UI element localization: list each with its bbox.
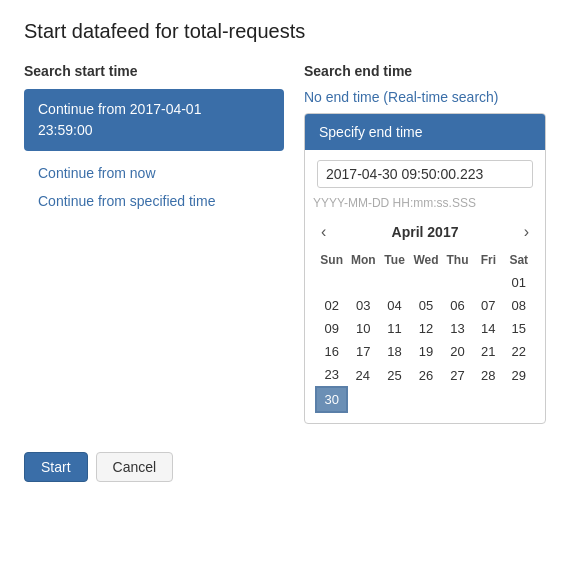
datetime-input-wrapper (305, 150, 545, 194)
calendar-day-18[interactable]: 18 (379, 340, 410, 363)
calendar-week-row: 23242526272829 (316, 363, 534, 387)
calendar-day-25[interactable]: 25 (379, 363, 410, 387)
start-option-continue-specified[interactable]: Continue from specified time (24, 187, 284, 215)
calendar-day-empty (504, 387, 534, 412)
calendar-day-09[interactable]: 09 (316, 317, 347, 340)
calendar-week-row: 09101112131415 (316, 317, 534, 340)
calendar-day-26[interactable]: 26 (410, 363, 442, 387)
calendar-grid: Sun Mon Tue Wed Thu Fri Sat 010203040506… (315, 250, 535, 413)
calendar-day-empty (410, 387, 442, 412)
prev-month-button[interactable]: ‹ (315, 222, 332, 242)
day-fri: Fri (473, 250, 503, 271)
day-mon: Mon (347, 250, 379, 271)
day-wed: Wed (410, 250, 442, 271)
calendar-week-row: 30 (316, 387, 534, 412)
day-sat: Sat (504, 250, 534, 271)
start-button[interactable]: Start (24, 452, 88, 482)
calendar-day-12[interactable]: 12 (410, 317, 442, 340)
calendar-day-empty (347, 271, 379, 294)
calendar-day-06[interactable]: 06 (442, 294, 473, 317)
calendar-day-empty (410, 271, 442, 294)
calendar-days-header: Sun Mon Tue Wed Thu Fri Sat (316, 250, 534, 271)
calendar-day-empty (442, 271, 473, 294)
calendar-day-29[interactable]: 29 (504, 363, 534, 387)
calendar-day-27[interactable]: 27 (442, 363, 473, 387)
calendar-day-04[interactable]: 04 (379, 294, 410, 317)
footer-buttons: Start Cancel (24, 452, 546, 482)
calendar-day-empty (473, 387, 503, 412)
day-thu: Thu (442, 250, 473, 271)
calendar-day-20[interactable]: 20 (442, 340, 473, 363)
calendar-day-empty (347, 387, 379, 412)
calendar-day-11[interactable]: 11 (379, 317, 410, 340)
calendar-day-15[interactable]: 15 (504, 317, 534, 340)
calendar-day-empty (379, 387, 410, 412)
end-time-section: Search end time No end time (Real-time s… (304, 63, 546, 424)
calendar-day-28[interactable]: 28 (473, 363, 503, 387)
calendar-day-22[interactable]: 22 (504, 340, 534, 363)
calendar-day-16[interactable]: 16 (316, 340, 347, 363)
cancel-button[interactable]: Cancel (96, 452, 174, 482)
calendar-day-13[interactable]: 13 (442, 317, 473, 340)
day-sun: Sun (316, 250, 347, 271)
calendar-week-row: 02030405060708 (316, 294, 534, 317)
calendar-header: ‹ April 2017 › (315, 222, 535, 242)
calendar-day-05[interactable]: 05 (410, 294, 442, 317)
calendar-day-03[interactable]: 03 (347, 294, 379, 317)
datetime-format-hint: YYYY-MM-DD HH:mm:ss.SSS (305, 194, 545, 216)
datetime-input[interactable] (317, 160, 533, 188)
calendar-day-24[interactable]: 24 (347, 363, 379, 387)
calendar-day-14[interactable]: 14 (473, 317, 503, 340)
calendar-week-row: 01 (316, 271, 534, 294)
calendar-day-30[interactable]: 30 (316, 387, 347, 412)
calendar-day-empty (442, 387, 473, 412)
calendar-day-empty (316, 271, 347, 294)
start-option-continue-from[interactable]: Continue from 2017-04-0123:59:00 (24, 89, 284, 151)
next-month-button[interactable]: › (518, 222, 535, 242)
start-time-section-title: Search start time (24, 63, 284, 79)
calendar-month-year: April 2017 (392, 224, 459, 240)
calendar-day-19[interactable]: 19 (410, 340, 442, 363)
calendar: ‹ April 2017 › Sun Mon Tue Wed Thu Fri (305, 216, 545, 423)
no-end-time-link[interactable]: No end time (Real-time search) (304, 89, 546, 105)
calendar-day-08[interactable]: 08 (504, 294, 534, 317)
start-time-section: Search start time Continue from 2017-04-… (24, 63, 284, 215)
calendar-day-02[interactable]: 02 (316, 294, 347, 317)
calendar-day-07[interactable]: 07 (473, 294, 503, 317)
calendar-day-empty (379, 271, 410, 294)
calendar-day-23[interactable]: 23 (316, 363, 347, 387)
calendar-day-21[interactable]: 21 (473, 340, 503, 363)
calendar-day-10[interactable]: 10 (347, 317, 379, 340)
calendar-week-row: 16171819202122 (316, 340, 534, 363)
page-title: Start datafeed for total-requests (24, 20, 546, 43)
specify-end-time-header[interactable]: Specify end time (305, 114, 545, 150)
start-option-continue-now[interactable]: Continue from now (24, 159, 284, 187)
calendar-day-17[interactable]: 17 (347, 340, 379, 363)
day-tue: Tue (379, 250, 410, 271)
calendar-day-empty (473, 271, 503, 294)
continue-from-label: Continue from 2017-04-0123:59:00 (38, 101, 201, 138)
calendar-day-01[interactable]: 01 (504, 271, 534, 294)
specify-end-time-panel: Specify end time YYYY-MM-DD HH:mm:ss.SSS… (304, 113, 546, 424)
end-time-section-title: Search end time (304, 63, 546, 79)
